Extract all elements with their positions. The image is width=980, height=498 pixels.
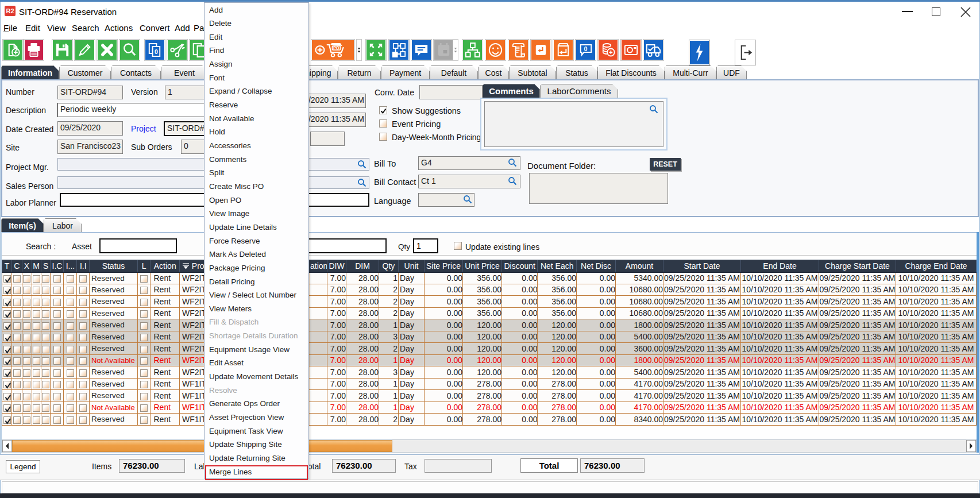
svg-text:0: 0 [584,45,588,52]
svg-text:0: 0 [155,48,158,55]
svg-text:PO: PO [333,46,339,50]
